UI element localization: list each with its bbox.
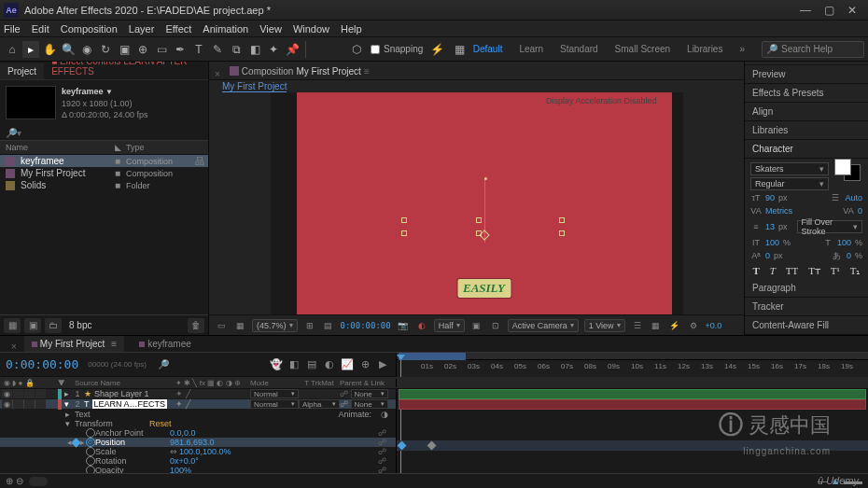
font-style-dropdown[interactable]: Regular (750, 177, 829, 190)
roi-icon[interactable]: ▣ (470, 319, 483, 332)
layer-row-2[interactable]: ◉ ▾ 2 TLEARN A…FECTS ✦ ╱ Normal Alpha ☍ … (0, 399, 396, 410)
trash-icon[interactable]: 🗑 (188, 318, 204, 333)
panel-character[interactable]: Character (745, 140, 868, 159)
prop-rotation[interactable]: Rotation0x+0.0°☍ (0, 456, 396, 466)
motionblur-icon[interactable]: ◐ (322, 357, 337, 372)
workspace-standard[interactable]: Standard (560, 44, 598, 54)
zoom-tool[interactable]: 🔍 (60, 41, 77, 58)
hand-tool[interactable]: ✋ (41, 41, 58, 58)
vscale-value[interactable]: 100 (765, 238, 779, 247)
parent-dropdown[interactable]: None (351, 389, 388, 398)
maximize-button[interactable]: ▢ (824, 4, 834, 17)
graph-icon[interactable]: 📈 (340, 357, 355, 372)
color-swatch[interactable] (834, 159, 861, 181)
panel-libraries[interactable]: Libraries (745, 121, 868, 140)
current-time-display[interactable]: 0:00:00:00 (341, 321, 391, 330)
pen-tool[interactable]: ✒ (172, 41, 189, 58)
tab-project[interactable]: Project (0, 63, 44, 79)
resolution-icon[interactable]: ⊞ (303, 319, 316, 332)
flowchart-icon[interactable]: 品 (191, 155, 208, 168)
workspace-libraries[interactable]: Libraries (687, 44, 722, 54)
text-tool[interactable]: T (190, 41, 207, 58)
link-icon[interactable]: ☍ (378, 456, 386, 466)
project-item-solids[interactable]: Solids ■ Folder (0, 179, 208, 191)
toggle-switches-icon[interactable]: ⊕ ⊖ (6, 476, 23, 486)
hscale-value[interactable]: 100 (837, 238, 851, 247)
col-type[interactable]: Type (126, 143, 191, 152)
prop-anchor[interactable]: Anchor Point0.0,0.0☍ (0, 428, 396, 438)
view-opt-icon[interactable]: ☰ (631, 319, 644, 332)
grid-icon[interactable]: ⊡ (489, 319, 502, 332)
stopwatch-icon[interactable] (86, 428, 95, 438)
camera-dropdown[interactable]: Active Camera (508, 319, 579, 332)
zoom-dropdown[interactable]: (45.7%) (252, 319, 298, 332)
stroke-width-value[interactable]: 13 (765, 222, 775, 231)
link-icon[interactable]: ☍ (378, 428, 386, 438)
view-dropdown[interactable]: 1 View (584, 319, 625, 332)
stopwatch-icon[interactable] (86, 466, 95, 473)
link-icon[interactable]: ☍ (378, 438, 386, 447)
parent-dropdown[interactable]: None (351, 399, 388, 409)
col-label-icon[interactable]: ◣ (109, 143, 126, 152)
brainstorm-icon[interactable]: ⊕ (357, 357, 372, 372)
menu-layer[interactable]: Layer (129, 23, 155, 35)
menu-window[interactable]: Window (293, 23, 329, 35)
keyframe-nav[interactable] (71, 438, 80, 447)
search-layers-icon[interactable]: 🔎 (158, 359, 169, 369)
menu-animation[interactable]: Animation (203, 23, 248, 35)
panel-content-aware[interactable]: Content-Aware Fill (745, 316, 868, 335)
link-icon[interactable]: ☍ (378, 466, 386, 473)
new-comp-icon[interactable]: ▣ (24, 318, 41, 333)
brush-tool[interactable]: ✎ (209, 41, 226, 58)
roto-tool[interactable]: ✦ (265, 41, 282, 58)
bold-button[interactable]: T (752, 265, 759, 277)
rotate-tool[interactable]: ↻ (97, 41, 114, 58)
group-transform[interactable]: ▾Transform Reset (0, 419, 396, 428)
reset-transform[interactable]: Reset (149, 419, 172, 428)
panel-tracker[interactable]: Tracker (745, 298, 868, 316)
mode-dropdown[interactable]: Normal (250, 399, 299, 409)
workspace-more-icon[interactable]: » (739, 44, 745, 54)
alpha-icon[interactable]: ▦ (233, 319, 246, 332)
link-icon[interactable]: ☍ (378, 447, 386, 456)
new-folder-icon[interactable]: 🗀 (45, 318, 62, 333)
tsume-value[interactable]: 0 (847, 251, 851, 260)
workspace-default[interactable]: Default (473, 44, 503, 54)
transparency-icon[interactable]: ▤ (322, 319, 335, 332)
project-search[interactable]: 🔎▾ (0, 126, 208, 140)
timeline-tracks[interactable] (397, 389, 868, 473)
timeline-icon[interactable]: ⚙ (687, 319, 700, 332)
allcaps-button[interactable]: TT (786, 265, 798, 277)
tab-composition[interactable]: Composition My First Project ≡ (224, 63, 375, 79)
bpc-toggle[interactable]: 8 bpc (69, 320, 91, 330)
leading-value[interactable]: Auto (845, 193, 862, 202)
kerning-value[interactable]: Metrics (765, 206, 792, 216)
mode-dropdown[interactable]: Normal (250, 389, 299, 398)
home-icon[interactable]: ⌂ (4, 41, 21, 58)
eraser-tool[interactable]: ◧ (246, 41, 263, 58)
menu-effect[interactable]: Effect (165, 23, 191, 35)
magnify-icon[interactable]: ▭ (215, 319, 228, 332)
project-item-keyframee[interactable]: keyframee ■ Composition 品 (0, 155, 208, 167)
shape-tool[interactable]: ▭ (153, 41, 170, 58)
font-family-dropdown[interactable]: Skaters (750, 162, 829, 175)
col-name[interactable]: Name (0, 143, 109, 152)
project-item-first[interactable]: My First Project ■ Composition (0, 167, 208, 179)
stopwatch-icon[interactable] (86, 447, 95, 456)
stopwatch-icon[interactable]: ⏱ (86, 438, 95, 447)
snap-icon[interactable]: ⬡ (348, 41, 365, 58)
panel-preview[interactable]: Preview (745, 65, 868, 84)
stroke-option-dropdown[interactable]: Fill Over Stroke (797, 220, 862, 233)
snapping-toggle[interactable]: Snapping (371, 44, 423, 54)
group-text[interactable]: ▸Text Animate:◑ (0, 410, 396, 419)
orbit-tool[interactable]: ◉ (78, 41, 95, 58)
menu-composition[interactable]: Composition (61, 23, 118, 35)
menu-edit[interactable]: Edit (32, 23, 49, 35)
layer-row-1[interactable]: ◉ ▸ 1 ★Shape Layer 1 ✦ ╱ Normal ☍ None (0, 389, 396, 399)
menu-file[interactable]: File (4, 23, 21, 35)
workspace-learn[interactable]: Learn (519, 44, 543, 54)
draft3d-icon[interactable]: ◧ (287, 357, 301, 372)
menu-help[interactable]: Help (341, 23, 362, 35)
fill-icon[interactable]: ▦ (451, 41, 468, 58)
minimize-button[interactable]: — (800, 4, 811, 17)
